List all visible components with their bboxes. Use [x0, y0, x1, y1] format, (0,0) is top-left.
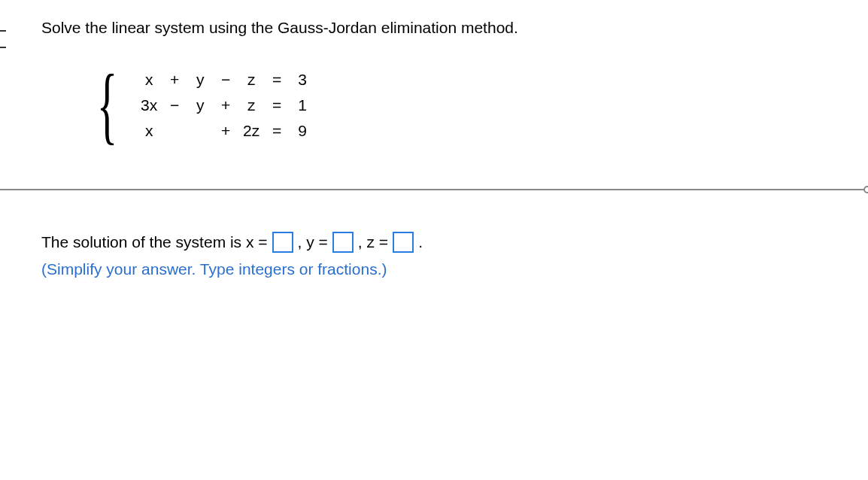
- z-input[interactable]: [393, 232, 414, 253]
- equations-table: x + y − z = 3 3x − y + z = 1 x +: [134, 63, 317, 147]
- eq-equals: =: [266, 71, 287, 89]
- eq-term: x: [138, 122, 159, 140]
- answer-instruction: (Simplify your answer. Type integers or …: [41, 260, 868, 278]
- equation-row: x + 2z = 9: [138, 122, 313, 140]
- answer-area: The solution of the system is x = , y = …: [0, 232, 868, 278]
- eq-term: [190, 122, 211, 140]
- eq-equals: =: [266, 122, 287, 140]
- content-area: Solve the linear system using the Gauss-…: [0, 19, 868, 147]
- eq-term: 3x: [138, 96, 159, 114]
- y-input[interactable]: [332, 232, 354, 253]
- linear-system: { x + y − z = 3 3x − y + z = 1 x: [86, 63, 868, 147]
- eq-op: +: [215, 122, 236, 140]
- eq-op: +: [215, 96, 236, 114]
- eq-equals: =: [266, 96, 287, 114]
- question-marker: [0, 30, 6, 48]
- eq-term: x: [138, 71, 159, 89]
- answer-sep-z: , z =: [358, 233, 388, 251]
- eq-rhs: 1: [292, 96, 313, 114]
- answer-line: The solution of the system is x = , y = …: [41, 232, 868, 253]
- answer-period: .: [418, 233, 423, 251]
- eq-rhs: 3: [292, 71, 313, 89]
- eq-term: y: [190, 96, 211, 114]
- eq-term: y: [190, 71, 211, 89]
- eq-term: z: [241, 96, 262, 114]
- eq-rhs: 9: [292, 122, 313, 140]
- eq-op: −: [164, 96, 185, 114]
- eq-term: 2z: [241, 122, 262, 140]
- answer-sep-y: , y =: [298, 233, 328, 251]
- equation-row: 3x − y + z = 1: [138, 96, 313, 114]
- eq-op: [164, 122, 185, 140]
- answer-prefix: The solution of the system is x =: [41, 233, 268, 251]
- problem-statement: Solve the linear system using the Gauss-…: [41, 19, 868, 37]
- brace-icon: {: [97, 71, 118, 140]
- eq-term: z: [241, 71, 262, 89]
- equation-row: x + y − z = 3: [138, 71, 313, 89]
- eq-op: +: [164, 71, 185, 89]
- x-input[interactable]: [272, 232, 293, 253]
- section-divider: [0, 189, 868, 190]
- eq-op: −: [215, 71, 236, 89]
